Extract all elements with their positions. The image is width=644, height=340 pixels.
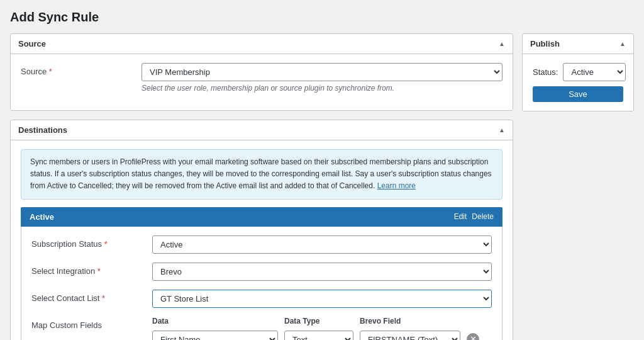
destination-header-actions: Edit Delete	[454, 212, 494, 221]
status-select[interactable]: Active	[563, 63, 626, 81]
map-field-select-1[interactable]: FIRSTNAME (Text)	[360, 331, 460, 340]
source-panel-chevron: ▲	[499, 40, 505, 47]
map-fields-header: Data Data Type Brevo Field	[152, 317, 492, 326]
publish-panel-body: Status: Active Save	[523, 54, 633, 111]
destinations-panel-chevron: ▲	[499, 127, 505, 133]
destinations-info-text: Sync members or users in ProfilePress wi…	[30, 157, 492, 190]
select-integration-select[interactable]: Brevo	[152, 263, 492, 281]
source-select[interactable]: VIP Membership	[142, 63, 502, 81]
map-type-select-1[interactable]: Text	[284, 331, 353, 340]
select-integration-label: Select Integration *	[31, 263, 145, 276]
col-type-header: Data Type	[284, 317, 353, 326]
map-fields-row-1: First Name Text FIRSTNAME (Text) ✕	[152, 331, 492, 340]
publish-panel: Publish ▲ Status: Active Save	[522, 33, 634, 111]
select-contact-list-label: Select Contact List *	[31, 290, 145, 303]
source-panel-header: Source ▲	[11, 34, 513, 54]
save-button[interactable]: Save	[533, 86, 623, 102]
delete-destination-link[interactable]: Delete	[472, 212, 494, 221]
map-custom-fields-wrap: Data Data Type Brevo Field First Name	[152, 317, 492, 340]
learn-more-link[interactable]: Learn more	[377, 181, 416, 190]
destination-block: Active Edit Delete Subscription Status *	[21, 207, 502, 340]
source-panel-title: Source	[18, 39, 46, 48]
status-label: Status:	[533, 67, 558, 77]
page-title: Add Sync Rule	[10, 10, 634, 25]
subscription-status-row: Subscription Status * Active	[31, 235, 492, 254]
destinations-panel-header: Destinations ▲	[11, 120, 513, 140]
publish-panel-header: Publish ▲	[523, 34, 633, 54]
edit-destination-link[interactable]: Edit	[454, 212, 467, 221]
map-custom-fields-row: Map Custom Fields Data Data Type Brevo F…	[31, 317, 492, 340]
publish-panel-title: Publish	[530, 39, 560, 48]
subscription-status-wrap: Active	[152, 235, 492, 254]
subscription-status-label: Subscription Status *	[31, 235, 145, 249]
destination-block-header: Active Edit Delete	[21, 207, 502, 227]
status-row: Status: Active	[533, 63, 623, 81]
col-field-header: Brevo Field	[360, 317, 460, 326]
source-panel-body: Source * VIP Membership Select the user …	[11, 54, 513, 110]
source-control-wrap: VIP Membership Select the user role, mem…	[142, 63, 502, 93]
subscription-status-select[interactable]: Active	[152, 235, 492, 254]
destinations-info-box: Sync members or users in ProfilePress wi…	[21, 149, 502, 200]
select-contact-list-row: Select Contact List * GT Store List	[31, 290, 492, 308]
destinations-panel-title: Destinations	[18, 125, 67, 135]
select-integration-wrap: Brevo	[152, 263, 492, 281]
destinations-panel-body: Sync members or users in ProfilePress wi…	[11, 140, 513, 340]
source-panel: Source ▲ Source * VIP Membership Select …	[10, 33, 513, 111]
source-label: Source *	[21, 63, 134, 76]
col-data-header: Data	[152, 317, 278, 326]
publish-col: Publish ▲ Status: Active Save	[522, 33, 634, 111]
map-data-select-1[interactable]: First Name	[152, 331, 278, 340]
select-contact-list-select[interactable]: GT Store List	[152, 290, 492, 308]
source-row: Source * VIP Membership Select the user …	[21, 63, 502, 93]
publish-panel-chevron: ▲	[619, 40, 626, 47]
select-integration-row: Select Integration * Brevo	[31, 263, 492, 281]
source-hint: Select the user role, membership plan or…	[142, 84, 502, 93]
destinations-panel: Destinations ▲ Sync members or users in …	[10, 120, 513, 340]
select-contact-list-wrap: GT Store List	[152, 290, 492, 308]
destination-block-title: Active	[30, 212, 54, 222]
map-custom-fields-label: Map Custom Fields	[31, 317, 145, 330]
remove-field-btn-1[interactable]: ✕	[467, 333, 479, 340]
destination-block-body: Subscription Status * Active	[21, 227, 502, 340]
